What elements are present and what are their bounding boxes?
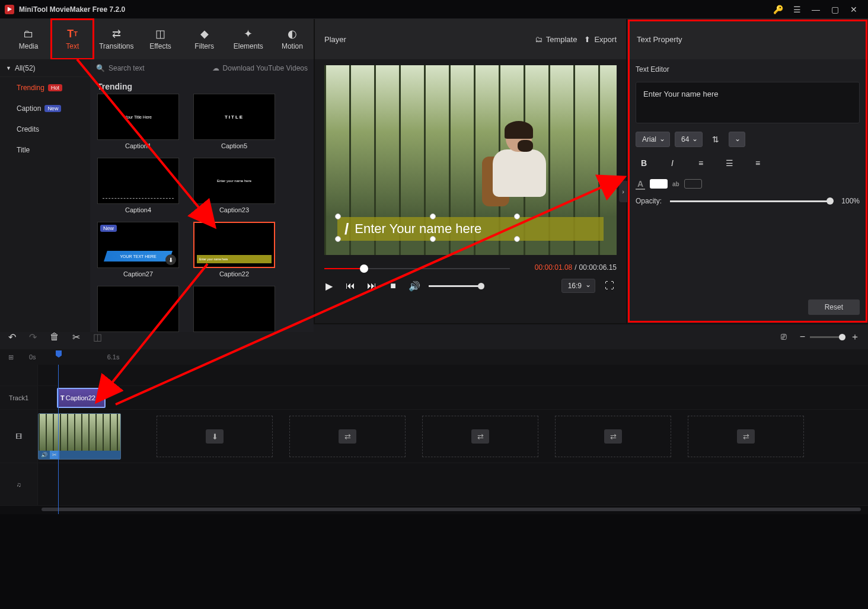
text-editor-input[interactable]: Enter Your name here bbox=[636, 82, 860, 123]
redo-button[interactable]: ↷ bbox=[29, 331, 37, 343]
export-label: Export bbox=[594, 35, 617, 44]
delete-button[interactable]: 🗑 bbox=[50, 331, 59, 342]
aspect-ratio-select[interactable]: 16:9 bbox=[561, 279, 595, 293]
search-input[interactable]: 🔍 Search text bbox=[96, 64, 208, 72]
track1-label[interactable]: Track1 bbox=[0, 386, 38, 409]
selection-handle[interactable] bbox=[514, 213, 520, 219]
volume-slider[interactable] bbox=[429, 285, 482, 287]
category-credits[interactable]: Credits bbox=[0, 119, 90, 139]
export-button[interactable]: ⬆ Export bbox=[584, 35, 617, 44]
template-button[interactable]: 🗂 Template bbox=[535, 35, 577, 44]
stop-button[interactable]: ■ bbox=[386, 279, 400, 293]
toolbar-effects[interactable]: ◫ Effects bbox=[139, 19, 181, 59]
add-track-icon[interactable]: ⊞ bbox=[8, 353, 14, 361]
timeline-ruler[interactable]: ⊞ 0s 6.1s bbox=[0, 349, 868, 365]
toolbar-media[interactable]: 🗀 Media bbox=[7, 19, 50, 59]
italic-button[interactable]: I bbox=[664, 155, 681, 171]
more-options-dropdown[interactable] bbox=[729, 132, 745, 147]
audio-track-icon[interactable]: ♫ bbox=[0, 463, 38, 505]
timeline-tracks[interactable]: Track1 T Caption22 🎞 🔊 ✂ ⬇ ⇄ ⇄ ⇄ ⇄ bbox=[0, 365, 868, 514]
zoom-out-button[interactable]: − bbox=[800, 331, 805, 342]
zoom-in-button[interactable]: ＋ bbox=[850, 331, 860, 343]
category-trending[interactable]: Trending Hot bbox=[0, 77, 90, 98]
text-thumb-caption4[interactable] bbox=[97, 158, 179, 204]
toolbar-motion[interactable]: ◐ Motion bbox=[271, 19, 314, 59]
selection-handle[interactable] bbox=[514, 236, 520, 242]
align-left-button[interactable]: ≡ bbox=[693, 155, 709, 171]
cloud-download-icon: ☁ bbox=[212, 64, 219, 72]
video-clip[interactable]: 🔊 ✂ bbox=[38, 413, 121, 460]
hamburger-menu-icon[interactable]: ☰ bbox=[787, 0, 806, 19]
line-spacing-button[interactable]: ⇅ bbox=[707, 132, 724, 147]
playhead-line[interactable] bbox=[58, 365, 59, 514]
caption-overlay[interactable]: / Enter Your name here bbox=[337, 217, 604, 241]
text-clip-caption22[interactable]: T Caption22 bbox=[57, 388, 106, 408]
toolbar-transitions[interactable]: ⇄ Transitions bbox=[95, 19, 138, 59]
crop-button[interactable]: ◫ bbox=[93, 331, 102, 343]
add-media-button[interactable]: ⇄ bbox=[604, 429, 622, 444]
opacity-slider[interactable] bbox=[670, 200, 833, 202]
video-track-icon[interactable]: 🎞 bbox=[0, 410, 38, 463]
zoom-fit-icon[interactable]: ⎚ bbox=[781, 331, 787, 342]
close-icon[interactable]: ✕ bbox=[844, 0, 863, 19]
text-thumb-caption23[interactable]: Enter your name here bbox=[193, 158, 275, 204]
seek-thumb[interactable] bbox=[360, 264, 368, 273]
undo-button[interactable]: ↶ bbox=[8, 331, 16, 343]
category-caption[interactable]: Caption New bbox=[0, 98, 90, 119]
minimize-icon[interactable]: — bbox=[806, 0, 825, 19]
selection-handle[interactable] bbox=[335, 213, 341, 219]
add-media-button[interactable]: ⇄ bbox=[339, 429, 356, 444]
upgrade-key-icon[interactable]: 🔑 bbox=[768, 0, 787, 19]
thumbnail-grid[interactable]: Your Title Here Caption1 TITLE Caption5 … bbox=[90, 94, 314, 332]
toolbar-text[interactable]: TT Text bbox=[51, 19, 94, 59]
text-thumbnail-panel: 🔍 Search text ☁ Download YouTube Videos … bbox=[90, 59, 314, 332]
download-youtube-button[interactable]: ☁ Download YouTube Videos bbox=[212, 64, 308, 72]
toolbar-elements[interactable]: ✦ Elements bbox=[227, 19, 270, 59]
bold-button[interactable]: B bbox=[636, 155, 652, 171]
align-center-button[interactable]: ☰ bbox=[721, 155, 738, 171]
playhead-marker[interactable] bbox=[56, 350, 62, 358]
caption-overlay-text: Enter Your name here bbox=[355, 221, 481, 237]
timeline-horizontal-scrollbar[interactable] bbox=[0, 506, 868, 514]
player-title: Player bbox=[324, 35, 346, 44]
selection-handle[interactable] bbox=[335, 236, 341, 242]
category-all[interactable]: ▼ All(52) bbox=[0, 59, 90, 77]
maximize-icon[interactable]: ▢ bbox=[825, 0, 844, 19]
align-right-button[interactable]: ≡ bbox=[749, 155, 766, 171]
add-media-button[interactable]: ⇄ bbox=[737, 429, 755, 444]
category-title[interactable]: Title bbox=[0, 139, 90, 160]
selection-handle[interactable] bbox=[430, 236, 436, 242]
split-button[interactable]: ✂ bbox=[72, 331, 80, 343]
text-thumb-caption1-label: Caption1 bbox=[125, 142, 151, 149]
play-button[interactable]: ▶ bbox=[322, 279, 336, 293]
text-thumb-caption5[interactable]: TITLE bbox=[193, 94, 275, 140]
text-thumb-caption22[interactable]: Enter your name here bbox=[193, 222, 275, 268]
font-family-select[interactable]: Arial bbox=[636, 132, 670, 147]
text-thumb-caption1[interactable]: Your Title Here bbox=[97, 94, 179, 140]
selection-handle[interactable] bbox=[430, 213, 436, 219]
background-color-swatch[interactable] bbox=[684, 179, 702, 189]
seek-bar[interactable]: 00:00:01.08 / 00:00:06.15 bbox=[324, 260, 617, 272]
volume-icon[interactable]: 🔊 bbox=[407, 279, 422, 293]
prev-frame-button[interactable]: ⏮ bbox=[343, 279, 358, 293]
add-media-button[interactable]: ⬇ bbox=[206, 429, 224, 444]
toolbar-media-label: Media bbox=[19, 42, 39, 50]
text-color-swatch[interactable] bbox=[650, 179, 668, 189]
ruler-tick: 0s bbox=[29, 353, 36, 361]
text-thumb-extra[interactable] bbox=[97, 286, 179, 332]
text-thumb-caption27[interactable]: New YOUR TEXT HERE ⬇ bbox=[97, 222, 179, 268]
download-youtube-label: Download YouTube Videos bbox=[223, 64, 308, 72]
text-thumb-extra[interactable] bbox=[193, 286, 275, 332]
preview-subject bbox=[488, 122, 559, 229]
font-size-select[interactable]: 64 bbox=[675, 132, 703, 147]
zoom-slider[interactable] bbox=[810, 336, 845, 338]
time-current: 00:00:01.08 bbox=[535, 263, 572, 272]
add-media-button[interactable]: ⇄ bbox=[471, 429, 489, 444]
collapse-panel-button[interactable]: › bbox=[619, 181, 627, 202]
reset-button[interactable]: Reset bbox=[808, 299, 860, 315]
toolbar-filters[interactable]: ◆ Filters bbox=[183, 19, 226, 59]
next-frame-button[interactable]: ⏭ bbox=[365, 279, 379, 293]
download-icon[interactable]: ⬇ bbox=[165, 254, 176, 265]
video-preview[interactable]: / Enter Your name here bbox=[324, 65, 617, 255]
fullscreen-button[interactable]: ⛶ bbox=[602, 279, 617, 293]
